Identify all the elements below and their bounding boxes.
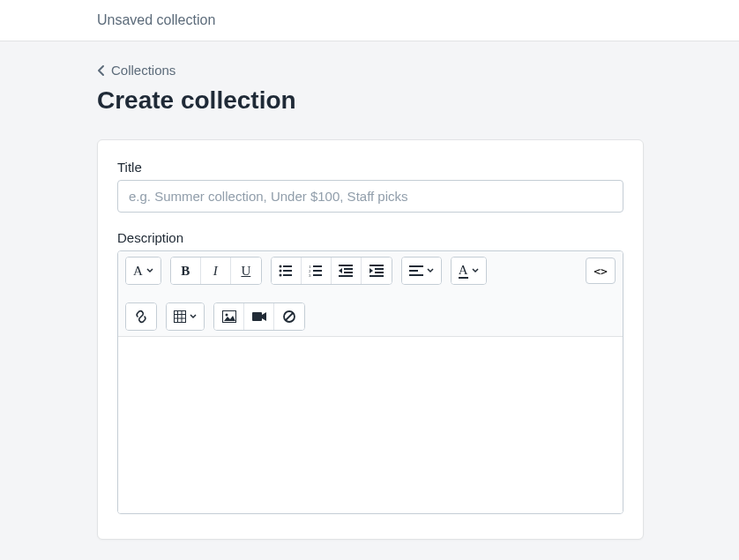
svg-rect-22 [409,274,423,276]
breadcrumb-back[interactable]: Collections [97,63,175,78]
image-icon [222,310,236,323]
italic-button[interactable]: I [201,258,231,284]
svg-rect-11 [313,274,322,276]
caret-down-icon [472,268,479,273]
description-label: Description [117,230,623,245]
format-group: B I U [170,257,262,285]
svg-rect-15 [339,275,353,277]
svg-rect-18 [375,272,384,273]
numbered-list-button[interactable]: 123 [302,258,332,284]
svg-rect-23 [175,311,186,323]
table-group [166,302,205,331]
svg-rect-3 [283,270,292,272]
clear-format-button[interactable] [274,303,304,330]
page-content: Collections Create collection Title Desc… [0,41,644,540]
header-bar: Unsaved collection [0,0,739,41]
svg-point-0 [280,265,282,268]
collection-form-card: Title Description A B I U [97,139,644,540]
svg-rect-17 [375,268,384,270]
numbered-list-icon: 123 [309,265,323,277]
video-button[interactable] [244,303,274,330]
clear-format-icon [283,310,295,323]
svg-point-2 [280,270,282,273]
svg-rect-9 [313,270,322,272]
svg-rect-16 [370,265,384,266]
description-field-group: Description A B I U [117,230,623,514]
svg-rect-14 [344,272,353,273]
svg-text:3: 3 [309,273,311,277]
outdent-icon [339,265,353,277]
outdent-button[interactable] [332,258,362,284]
svg-rect-12 [339,265,353,266]
align-dropdown[interactable] [402,258,441,284]
text-color-dropdown[interactable]: A [452,258,486,284]
svg-point-4 [280,274,282,277]
unsaved-status: Unsaved collection [97,12,215,27]
svg-rect-5 [283,274,292,276]
font-group: A [125,257,161,285]
table-dropdown[interactable] [167,303,204,330]
textcolor-label: A [459,264,468,279]
font-style-dropdown[interactable]: A [126,258,160,284]
svg-rect-21 [409,270,418,272]
svg-rect-30 [252,312,262,321]
caret-down-icon [190,314,197,319]
svg-line-32 [286,313,293,320]
align-left-icon [409,265,423,276]
table-icon [174,310,186,323]
media-group [213,302,305,331]
title-label: Title [117,160,623,175]
description-editor[interactable] [118,337,623,513]
svg-rect-13 [344,268,353,270]
video-icon [252,311,266,322]
font-label: A [133,264,143,279]
code-label: <> [593,265,608,278]
breadcrumb-label: Collections [111,63,175,78]
svg-point-29 [225,314,228,317]
underline-button[interactable]: U [231,258,261,284]
rich-text-editor: A B I U 123 [117,250,623,514]
chevron-left-icon [97,64,106,77]
bullet-list-icon [279,265,293,277]
svg-rect-20 [409,265,423,267]
caret-down-icon [146,268,153,273]
indent-icon [370,265,384,277]
bullet-list-button[interactable] [272,258,302,284]
editor-toolbar: A B I U 123 [118,251,623,337]
title-input[interactable] [117,180,623,213]
link-icon [134,310,148,324]
list-group: 123 [271,257,392,285]
svg-rect-7 [313,265,322,267]
bold-button[interactable]: B [171,258,201,284]
svg-rect-1 [283,265,292,267]
title-field-group: Title [117,160,623,213]
svg-rect-19 [370,275,384,277]
code-view-button[interactable]: <> [586,258,616,284]
link-button[interactable] [126,303,156,330]
link-group [125,302,157,331]
caret-down-icon [427,268,434,273]
textcolor-group: A [451,257,487,285]
page-title: Create collection [97,86,644,115]
image-button[interactable] [214,303,244,330]
indent-button[interactable] [362,258,392,284]
align-group [401,257,442,285]
